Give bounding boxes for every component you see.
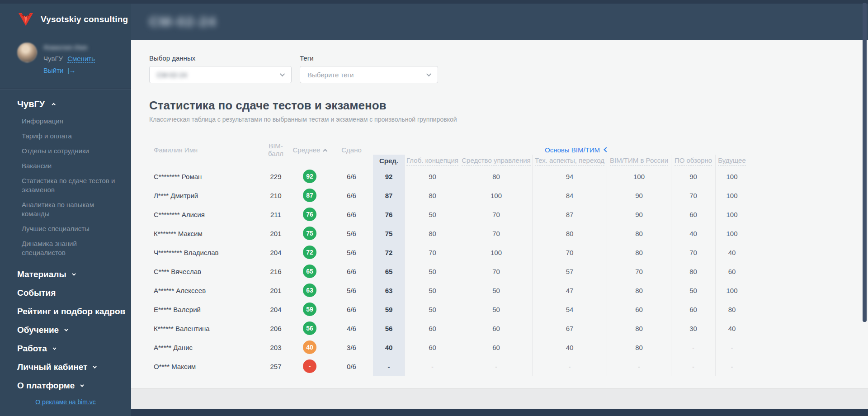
passed-count: 5/6 bbox=[330, 249, 373, 256]
sidebar-item[interactable]: Материалы bbox=[17, 269, 131, 280]
column-header-average-sort[interactable]: Среднее bbox=[289, 146, 330, 154]
tags-select[interactable]: Выберите теги bbox=[300, 66, 438, 83]
footer-bar bbox=[131, 409, 868, 416]
subject-score: 90 bbox=[607, 186, 671, 205]
passed-count: 4/6 bbox=[330, 325, 373, 332]
bim-score: 203 bbox=[262, 344, 289, 351]
average-badge: 87 bbox=[303, 189, 316, 202]
subject-score: 80 bbox=[715, 300, 748, 319]
brand[interactable]: Vysotskiy consulting bbox=[0, 0, 131, 26]
ad-info-link[interactable]: О рекламе на bim.vc bbox=[35, 398, 96, 406]
change-org-link[interactable]: Сменить bbox=[67, 55, 95, 63]
sidebar-section-chuvgu[interactable]: ЧувГУ bbox=[17, 99, 131, 109]
average-badge: 56 bbox=[303, 321, 316, 335]
subject-score: 80 bbox=[405, 186, 460, 205]
table-row: К****** Валентина 206 56 4/6 56 60 60 67… bbox=[149, 319, 748, 338]
subject-score: - bbox=[715, 357, 748, 376]
tags-select-label: Теги bbox=[300, 54, 438, 62]
student-name: Л**** Дмитрий bbox=[149, 192, 262, 199]
sidebar-subitem[interactable]: Тариф и оплата bbox=[22, 132, 119, 141]
column-header-subject[interactable]: Глоб. концепция bbox=[405, 155, 460, 167]
average-badge: 40 bbox=[303, 340, 316, 354]
sidebar-item[interactable]: Личный кабинет bbox=[17, 362, 131, 373]
sidebar-subitem[interactable]: Отделы и сотрудники bbox=[22, 147, 119, 156]
table-row: А***** Данис 203 40 3/6 40 60 60 40 80 - bbox=[149, 338, 748, 357]
average-value: 56 bbox=[373, 319, 405, 338]
subject-score: 60 bbox=[671, 300, 715, 319]
subject-score: 60 bbox=[607, 300, 671, 319]
table-row: Л**** Дмитрий 210 87 6/6 87 80 100 84 90… bbox=[149, 186, 748, 205]
average-value: 59 bbox=[373, 300, 405, 319]
column-header-name[interactable]: Фамилия Имя bbox=[149, 146, 262, 154]
sidebar-subitem[interactable]: Статистика по сдаче тестов и экзаменов bbox=[22, 176, 119, 194]
brand-name: Vysotskiy consulting bbox=[41, 14, 128, 24]
passed-count: 6/6 bbox=[330, 306, 373, 313]
sidebar-item[interactable]: Рейтинг и подбор кадров bbox=[17, 306, 131, 317]
average-badge: 75 bbox=[303, 227, 316, 240]
column-header-bim[interactable]: BIM-балл bbox=[262, 142, 289, 157]
sidebar-item[interactable]: События bbox=[17, 288, 131, 298]
passed-count: 6/6 bbox=[330, 211, 373, 218]
scrollbar-thumb[interactable] bbox=[863, 3, 867, 322]
average-badge-cell: 63 bbox=[289, 284, 330, 297]
subject-score: 40 bbox=[532, 338, 607, 357]
subject-score: 60 bbox=[405, 338, 460, 357]
sidebar-item-label: Обучение bbox=[17, 325, 59, 335]
column-header-subject[interactable]: BIM/ТИМ в России bbox=[607, 155, 671, 167]
subject-score: 60 bbox=[460, 319, 532, 338]
sidebar-top-items: Материалы События Рейтинг и подбор кадро… bbox=[17, 269, 131, 391]
sidebar-subitem[interactable]: Лучшие специалисты bbox=[22, 224, 119, 233]
average-badge-cell: 92 bbox=[289, 170, 330, 183]
table-row: С******** Алисия 211 76 6/6 76 50 70 87 … bbox=[149, 205, 748, 224]
passed-count: 5/6 bbox=[330, 287, 373, 294]
column-header-subject[interactable]: Средство управления bbox=[460, 155, 532, 167]
sidebar: Vysotskiy consulting Фамилия Имя ЧувГУ С… bbox=[0, 0, 131, 416]
table-row: Ч********* Владислав 204 72 5/6 72 70 10… bbox=[149, 243, 748, 262]
chevron-down-icon bbox=[93, 364, 97, 368]
table-row: С**** Вячеслав 216 65 6/6 65 50 70 57 70… bbox=[149, 262, 748, 281]
subject-score: 90 bbox=[607, 205, 671, 224]
student-name: С******** Роман bbox=[149, 173, 262, 180]
subject-score: 70 bbox=[460, 224, 532, 243]
subject-score: 57 bbox=[532, 262, 607, 281]
subject-score: 70 bbox=[460, 262, 532, 281]
column-header-subject[interactable]: Тех. аспекты, переход bbox=[532, 155, 607, 167]
subject-score: - bbox=[607, 357, 671, 376]
subject-score: 80 bbox=[607, 243, 671, 262]
column-header-subject[interactable]: ПО обзорно bbox=[671, 155, 715, 167]
subject-score: 80 bbox=[671, 262, 715, 281]
sort-asc-icon bbox=[323, 149, 328, 153]
average-value: 92 bbox=[373, 167, 405, 186]
sidebar-subitem[interactable]: Вакансии bbox=[22, 161, 119, 170]
passed-count: 3/6 bbox=[330, 344, 373, 351]
average-badge-cell: 72 bbox=[289, 246, 330, 259]
sidebar-item[interactable]: Работа bbox=[17, 343, 131, 354]
sidebar-subitem[interactable]: Динамика знаний специалистов bbox=[22, 239, 119, 257]
subject-score: 60 bbox=[715, 262, 748, 281]
subject-score: - bbox=[405, 357, 460, 376]
sidebar-item[interactable]: О платформе bbox=[17, 380, 131, 391]
subject-score: 70 bbox=[671, 243, 715, 262]
column-header-subject-label: BIM/ТИМ в России bbox=[610, 156, 668, 165]
column-header-passed[interactable]: Сдано bbox=[330, 146, 373, 154]
average-badge: 59 bbox=[303, 303, 316, 316]
sidebar-item[interactable]: Обучение bbox=[17, 325, 131, 336]
sidebar-subitem[interactable]: Аналитика по навыкам команды bbox=[22, 200, 119, 218]
passed-count: 5/6 bbox=[330, 230, 373, 237]
column-header-subject[interactable]: Будущее bbox=[715, 155, 748, 167]
student-name: Е***** Валерий bbox=[149, 306, 262, 313]
logout-link[interactable]: Выйти bbox=[43, 66, 63, 74]
data-select[interactable]: СМ-02-24 bbox=[149, 66, 292, 83]
student-name: А***** Данис bbox=[149, 344, 262, 351]
subject-score: 40 bbox=[671, 224, 715, 243]
sidebar-subitem[interactable]: Информация bbox=[22, 117, 119, 126]
subject-group-link[interactable]: Основы BIM/ТИМ bbox=[545, 146, 608, 154]
average-badge: 72 bbox=[303, 246, 316, 259]
sidebar-subitems: Информация Тариф и оплата Отделы и сотру… bbox=[22, 117, 131, 257]
page-title-redacted: СМ-02-24 bbox=[149, 14, 217, 29]
student-name: К****** Валентина bbox=[149, 325, 262, 332]
subject-score: 80 bbox=[607, 224, 671, 243]
student-name: С******** Алисия bbox=[149, 211, 262, 218]
passed-count: 6/6 bbox=[330, 173, 373, 180]
subject-score: 80 bbox=[460, 167, 532, 186]
